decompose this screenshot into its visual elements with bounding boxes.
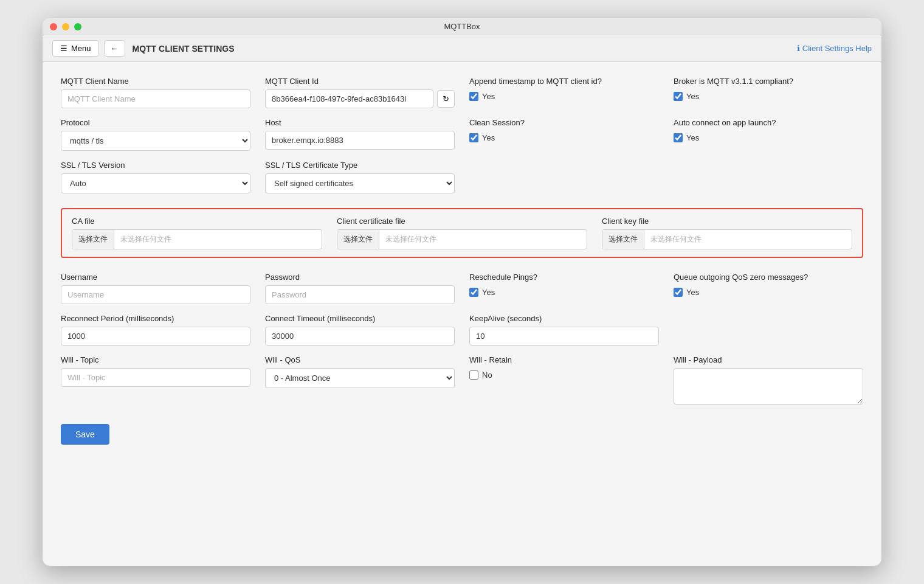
ca-file-choose-button[interactable]: 选择文件 <box>72 230 114 249</box>
auto-connect-yes-label[interactable]: Yes <box>686 133 699 142</box>
ssl-tls-cert-type-group: SSL / TLS Certificate Type Self signed c… <box>265 161 455 193</box>
username-group: Username <box>61 273 250 304</box>
save-button[interactable]: Save <box>61 424 109 445</box>
host-label: Host <box>265 118 455 127</box>
clean-session-checkbox[interactable] <box>469 133 478 142</box>
auto-connect-checkbox[interactable] <box>674 133 683 142</box>
will-qos-select[interactable]: 0 - Almost Once 1 - At Least Once 2 - Ex… <box>265 368 455 388</box>
help-link[interactable]: ℹ Client Settings Help <box>797 44 872 53</box>
mqtt-client-id-label: MQTT Client Id <box>265 77 455 86</box>
will-payload-label: Will - Payload <box>674 355 863 364</box>
clean-session-label: Clean Session? <box>469 118 659 127</box>
mqtt-client-id-group: MQTT Client Id ↻ <box>265 77 455 108</box>
form-grid: MQTT Client Name MQTT Client Id ↻ Append… <box>61 77 863 445</box>
client-key-file-name: 未选择任何文件 <box>644 230 852 249</box>
mqtt-client-id-input[interactable] <box>265 89 433 108</box>
reschedule-pings-checkbox[interactable] <box>469 288 478 297</box>
cert-section: CA file 选择文件 未选择任何文件 Client certificate … <box>61 208 863 258</box>
reschedule-pings-yes-label[interactable]: Yes <box>482 288 495 297</box>
append-timestamp-checkbox-group: Yes <box>469 92 659 101</box>
ssl-tls-cert-type-select[interactable]: Self signed certificates <box>265 173 455 193</box>
client-key-input-wrapper: 选择文件 未选择任何文件 <box>602 229 852 249</box>
broker-compliant-yes-label[interactable]: Yes <box>686 92 699 101</box>
mqtt-client-name-input[interactable] <box>61 89 250 108</box>
clean-session-checkbox-group: Yes <box>469 133 659 142</box>
auto-connect-checkbox-group: Yes <box>674 133 863 142</box>
maximize-button[interactable] <box>74 23 81 30</box>
connect-timeout-label: Connect Timeout (milliseconds) <box>265 314 455 323</box>
queue-qos-yes-label[interactable]: Yes <box>686 288 699 297</box>
will-retain-label: Will - Retain <box>469 355 659 364</box>
clean-session-yes-label[interactable]: Yes <box>482 133 495 142</box>
will-retain-checkbox-group: No <box>469 370 659 380</box>
broker-compliant-checkbox[interactable] <box>674 92 683 101</box>
close-button[interactable] <box>50 23 57 30</box>
username-input[interactable] <box>61 285 250 304</box>
client-cert-choose-button[interactable]: 选择文件 <box>337 230 379 249</box>
client-key-choose-button[interactable]: 选择文件 <box>602 230 644 249</box>
protocol-label: Protocol <box>61 118 250 127</box>
window-controls <box>50 23 81 30</box>
client-cert-label: Client certificate file <box>337 217 587 226</box>
reschedule-pings-checkbox-group: Yes <box>469 288 659 297</box>
ca-file-group: CA file 选择文件 未选择任何文件 <box>72 217 322 249</box>
refresh-client-id-button[interactable]: ↻ <box>437 90 455 108</box>
connect-timeout-input[interactable] <box>265 327 455 346</box>
will-qos-group: Will - QoS 0 - Almost Once 1 - At Least … <box>265 355 455 405</box>
append-timestamp-group: Append timestamp to MQTT client id? Yes <box>469 77 659 108</box>
back-button[interactable]: ← <box>104 40 125 57</box>
title-bar: MQTTBox <box>43 18 881 35</box>
reschedule-pings-label: Reschedule Pings? <box>469 273 659 282</box>
mqtt-client-name-group: MQTT Client Name <box>61 77 250 108</box>
keepalive-input[interactable] <box>469 327 659 346</box>
host-input[interactable] <box>265 131 455 150</box>
will-retain-no-label[interactable]: No <box>482 370 492 380</box>
append-timestamp-checkbox[interactable] <box>469 92 478 101</box>
ca-file-input-wrapper: 选择文件 未选择任何文件 <box>72 229 322 249</box>
will-payload-input[interactable] <box>674 368 863 405</box>
protocol-group: Protocol mqtts / tls <box>61 118 250 151</box>
password-input[interactable] <box>265 285 455 304</box>
protocol-select[interactable]: mqtts / tls <box>61 131 250 151</box>
back-icon: ← <box>111 44 119 53</box>
client-cert-input-wrapper: 选择文件 未选择任何文件 <box>337 229 587 249</box>
ssl-tls-version-select[interactable]: Auto <box>61 173 250 193</box>
client-cert-group: Client certificate file 选择文件 未选择任何文件 <box>337 217 587 249</box>
will-topic-input[interactable] <box>61 368 250 387</box>
append-timestamp-yes-label[interactable]: Yes <box>482 92 495 101</box>
toolbar: ☰ Menu ← MQTT CLIENT SETTINGS ℹ Client S… <box>43 35 881 62</box>
menu-button[interactable]: ☰ Menu <box>52 40 99 57</box>
ca-file-name: 未选择任何文件 <box>114 230 322 249</box>
toolbar-left: ☰ Menu ← MQTT CLIENT SETTINGS <box>52 40 235 57</box>
username-label: Username <box>61 273 250 282</box>
broker-compliant-group: Broker is MQTT v3.1.1 compliant? Yes <box>674 77 863 108</box>
reconnect-period-input[interactable] <box>61 327 250 346</box>
auto-connect-label: Auto connect on app launch? <box>674 118 863 127</box>
content-area: MQTT Client Name MQTT Client Id ↻ Append… <box>43 62 881 566</box>
host-group: Host <box>265 118 455 151</box>
client-key-group: Client key file 选择文件 未选择任何文件 <box>602 217 852 249</box>
app-window: MQTTBox ☰ Menu ← MQTT CLIENT SETTINGS ℹ … <box>43 18 881 566</box>
queue-qos-checkbox[interactable] <box>674 288 683 297</box>
info-icon: ℹ <box>797 44 800 53</box>
keepalive-label: KeepAlive (seconds) <box>469 314 659 323</box>
ssl-tls-version-group: SSL / TLS Version Auto <box>61 161 250 193</box>
reconnect-period-group: Reconnect Period (milliseconds) <box>61 314 250 346</box>
keepalive-group: KeepAlive (seconds) <box>469 314 659 346</box>
client-key-label: Client key file <box>602 217 852 226</box>
will-qos-label: Will - QoS <box>265 355 455 364</box>
ssl-tls-version-label: SSL / TLS Version <box>61 161 250 170</box>
will-topic-group: Will - Topic <box>61 355 250 405</box>
broker-compliant-label: Broker is MQTT v3.1.1 compliant? <box>674 77 863 86</box>
queue-qos-checkbox-group: Yes <box>674 288 863 297</box>
mqtt-client-name-label: MQTT Client Name <box>61 77 250 86</box>
hamburger-icon: ☰ <box>60 44 67 53</box>
broker-compliant-checkbox-group: Yes <box>674 92 863 101</box>
connect-timeout-group: Connect Timeout (milliseconds) <box>265 314 455 346</box>
will-retain-checkbox[interactable] <box>469 370 478 380</box>
password-group: Password <box>265 273 455 304</box>
will-payload-group: Will - Payload <box>674 355 863 405</box>
minimize-button[interactable] <box>62 23 69 30</box>
append-timestamp-label: Append timestamp to MQTT client id? <box>469 77 659 86</box>
will-topic-label: Will - Topic <box>61 355 250 364</box>
